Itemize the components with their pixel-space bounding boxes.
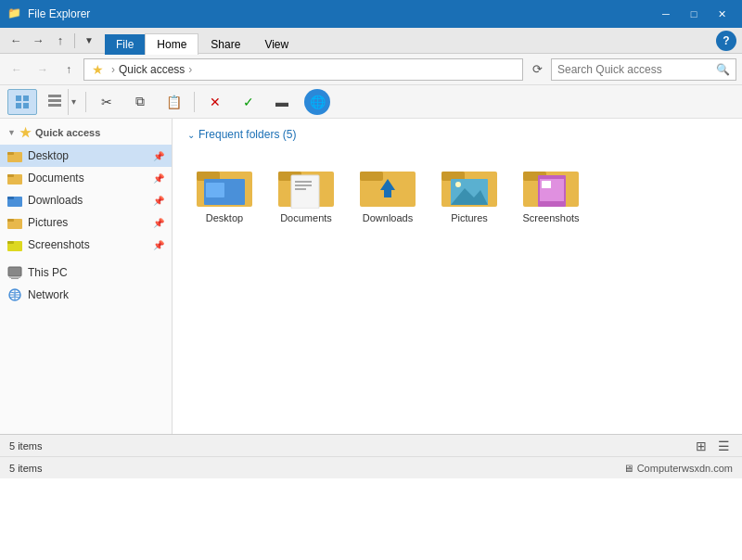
qat-separator <box>74 33 75 48</box>
svg-rect-16 <box>7 241 14 244</box>
sidebar-item-network[interactable]: Network <box>0 284 172 306</box>
forward-button[interactable]: → <box>32 58 54 81</box>
quick-access-items: Desktop 📌 Documents 📌 Downloads 📌 <box>0 143 172 258</box>
qat-forward[interactable]: → <box>28 32 48 50</box>
view-details-btn[interactable]: ☰ <box>714 438 733 454</box>
svg-rect-10 <box>7 174 14 177</box>
search-box[interactable]: 🔍 <box>551 58 736 81</box>
path-star-icon: ★ <box>92 62 104 77</box>
screenshots-pin-icon: 📌 <box>153 240 164 250</box>
search-input[interactable] <box>557 63 712 76</box>
bottom-bar: 5 items 🖥 Computerwsxdn.com <box>0 456 742 478</box>
screenshots-folder-large-icon <box>523 162 579 209</box>
folder-item-screenshots[interactable]: Screenshots <box>514 156 588 230</box>
up-button[interactable]: ↑ <box>58 58 80 81</box>
tab-home[interactable]: Home <box>145 33 198 55</box>
sidebar-item-thispc[interactable]: This PC <box>0 261 172 284</box>
restore-button[interactable]: □ <box>681 5 707 23</box>
sidebar-item-pictures[interactable]: Pictures 📌 <box>0 211 172 234</box>
svg-rect-26 <box>206 183 224 197</box>
qat-back[interactable]: ← <box>6 32 26 50</box>
status-right: ⊞ ☰ <box>692 438 733 454</box>
svg-rect-1 <box>23 95 29 101</box>
svg-rect-3 <box>23 103 29 108</box>
copy-button[interactable]: ⧉ <box>125 89 155 115</box>
downloads-folder-large-icon <box>360 162 416 209</box>
folder-item-downloads[interactable]: Downloads <box>351 156 425 230</box>
section-header: ⌄ Frequent folders (5) <box>187 128 727 141</box>
folder-item-desktop[interactable]: Desktop <box>187 156 262 230</box>
sidebar-item-screenshots[interactable]: Screenshots 📌 <box>0 234 172 256</box>
pictures-folder-large-icon <box>441 162 497 209</box>
help-button[interactable]: ? <box>716 31 736 51</box>
svg-rect-0 <box>16 95 21 101</box>
toolbar-separator-1 <box>85 92 86 112</box>
qat-up[interactable]: ↑ <box>50 32 70 50</box>
documents-pin-icon: 📌 <box>153 173 164 184</box>
sidebar-item-desktop[interactable]: Desktop 📌 <box>0 145 172 167</box>
folders-grid: Desktop Documents <box>187 152 727 234</box>
desktop-folder-icon <box>7 148 22 163</box>
documents-folder-large-icon <box>278 162 334 209</box>
folder-item-documents[interactable]: Documents <box>269 156 343 230</box>
tab-view[interactable]: View <box>252 33 301 55</box>
desktop-folder-large-icon <box>197 162 252 209</box>
tab-share[interactable]: Share <box>198 33 252 55</box>
quick-access-label: Quick access <box>35 127 100 138</box>
documents-label: Documents <box>28 172 147 185</box>
rename-button[interactable]: ▬ <box>267 89 297 115</box>
qat-dropdown[interactable]: ▼ <box>79 32 99 50</box>
minimize-button[interactable]: ─ <box>653 5 679 23</box>
path-separator-1: › <box>111 63 115 76</box>
folder-item-pictures[interactable]: Pictures <box>432 156 506 230</box>
svg-rect-29 <box>291 175 319 209</box>
view-large-icons-button[interactable] <box>7 89 37 115</box>
address-path[interactable]: ★ › Quick access › <box>83 58 523 81</box>
downloads-folder-icon <box>7 193 22 208</box>
close-button[interactable]: ✕ <box>709 5 735 23</box>
svg-rect-45 <box>542 181 551 188</box>
svg-rect-19 <box>9 276 20 278</box>
delete-button[interactable]: ✕ <box>200 89 230 115</box>
documents-folder-label: Documents <box>280 212 332 223</box>
section-arrow-icon: ⌄ <box>187 130 195 140</box>
computer-name: Computerwsxdn.com <box>637 463 733 474</box>
svg-rect-12 <box>7 197 14 199</box>
desktop-label: Desktop <box>28 149 147 162</box>
desktop-folder-label: Desktop <box>206 212 243 223</box>
title-bar: 📁 File Explorer ─ □ ✕ <box>0 0 742 28</box>
downloads-folder-label: Downloads <box>363 212 413 223</box>
sidebar: ▼ ★ Quick access Desktop 📌 Documents 📌 <box>0 119 173 434</box>
svg-rect-31 <box>295 185 312 186</box>
downloads-pin-icon: 📌 <box>153 196 164 206</box>
search-icon: 🔍 <box>716 63 730 76</box>
svg-rect-34 <box>360 172 383 181</box>
status-bar: 5 items ⊞ ☰ <box>0 434 742 456</box>
thispc-label: This PC <box>28 266 164 279</box>
svg-rect-6 <box>48 104 61 107</box>
cut-button[interactable]: ✂ <box>92 89 122 115</box>
pictures-folder-icon <box>7 215 22 230</box>
app-title: File Explorer <box>28 7 653 20</box>
view-dropdown-button[interactable]: ▾ <box>41 89 80 115</box>
content-area: ⌄ Frequent folders (5) Desktop <box>173 119 742 434</box>
sidebar-item-documents[interactable]: Documents 📌 <box>0 167 172 189</box>
bottom-count: 5 items <box>9 463 42 474</box>
bottom-right: 🖥 Computerwsxdn.com <box>623 463 733 474</box>
screenshots-folder-label: Screenshots <box>522 212 579 223</box>
sidebar-quick-access-header[interactable]: ▼ ★ Quick access <box>0 122 172 143</box>
quick-access-arrow-icon: ▼ <box>7 128 16 137</box>
refresh-button[interactable]: ⟳ <box>527 59 547 80</box>
tab-file[interactable]: File <box>105 34 145 55</box>
check-button[interactable]: ✓ <box>234 89 263 115</box>
internet-explorer-button[interactable]: 🌐 <box>304 89 330 115</box>
view-option-icon <box>42 94 68 109</box>
sidebar-item-downloads[interactable]: Downloads 📌 <box>0 189 172 211</box>
view-large-icon-btn[interactable]: ⊞ <box>692 438 710 454</box>
screenshots-label: Screenshots <box>28 238 147 251</box>
paste-button[interactable]: 📋 <box>159 89 188 115</box>
network-label: Network <box>28 288 164 301</box>
pictures-label: Pictures <box>28 216 147 229</box>
back-button[interactable]: ← <box>6 58 28 81</box>
svg-rect-32 <box>295 188 306 190</box>
